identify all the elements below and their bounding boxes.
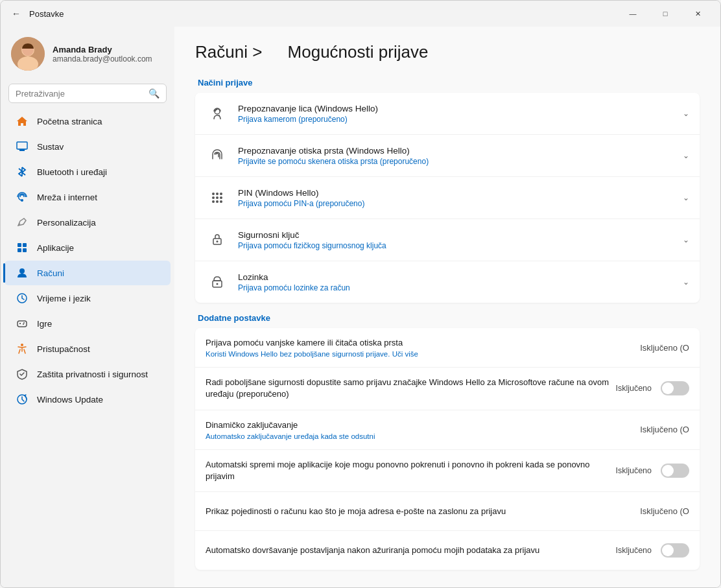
svg-rect-6 [18,149,26,150]
sidebar-item-windowsupdate[interactable]: Windows Update [5,387,171,412]
svg-point-25 [220,193,222,195]
sidebar-item-system[interactable]: Sustav [5,134,171,159]
additional-setting-text: Prikaz pojedinosti o računu kao što je m… [206,506,640,517]
chevron-down-icon: ⌄ [683,109,689,118]
svg-point-7 [21,199,23,202]
svg-point-27 [216,196,219,199]
nav-label-windowsupdate: Windows Update [37,395,103,405]
sidebar-item-bluetooth[interactable]: Bluetooth i uređaji [5,159,171,184]
additional-setting-title: Dinamičko zaključavanje [206,419,640,431]
svg-rect-9 [23,243,27,247]
maximize-button[interactable]: □ [650,3,680,24]
svg-point-19 [21,344,23,346]
signin-method-icon [206,102,229,125]
svg-point-35 [217,283,219,285]
nav-label-bluetooth: Bluetooth i uređaji [37,167,107,177]
additional-setting-title: Prikaz pojedinosti o računu kao što je m… [206,506,640,517]
sidebar-item-apps[interactable]: Aplikacije [5,235,171,260]
additional-setting-text: Automatski spremi moje aplikacije koje m… [206,459,615,482]
status-container: Isključeno (O [640,425,689,434]
additional-setting-item: Automatski spremi moje aplikacije koje m… [195,450,700,492]
nav-icon-gaming [15,316,29,331]
signin-method-subtitle: Prijavite se pomoću skenera otiska prsta… [238,157,678,166]
nav-icon-accessibility [15,342,29,356]
toggle-label: Isključeno [615,384,652,393]
sidebar-item-personalization[interactable]: Personalizacija [5,210,171,235]
nav-icon-bluetooth [15,165,29,179]
svg-point-12 [19,268,25,274]
window-title: Postavke [29,9,64,19]
toggle-label: Isključeno [615,466,652,475]
additional-setting-title: Automatsko dovršavanje postavljanja nako… [206,545,615,556]
sidebar-item-network[interactable]: Mreža i internet [5,185,171,209]
additional-setting-subtitle: Koristi Windows Hello bez poboljšane sig… [206,350,640,358]
signin-method-item[interactable]: Lozinka Prijava pomoću lozinke za račun … [195,261,700,303]
sidebar-item-time[interactable]: Vrijeme i jezik [5,286,171,311]
svg-point-23 [212,193,215,195]
nav-icon-accounts [15,266,29,280]
signin-method-item[interactable]: PIN (Windows Hello) Prijava pomoću PIN-a… [195,177,700,219]
section-title-additional: Dodatne postavke [195,313,700,323]
titlebar-left: ← Postavke [8,6,64,21]
user-email: amanda.brady@outlook.com [53,54,152,64]
signin-method-text: PIN (Windows Hello) Prijava pomoću PIN-a… [238,188,678,208]
additional-setting-title: Radi poboljšane sigurnosti dopustite sam… [206,377,615,400]
sidebar-item-accounts[interactable]: Računi [5,261,171,285]
signin-method-subtitle: Prijava pomoću lozinke za račun [238,283,678,292]
additional-setting-item: Dinamičko zaključavanje Automatsko zaklj… [195,410,700,450]
search-input[interactable] [16,89,143,99]
svg-point-17 [23,322,25,323]
nav-label-system: Sustav [37,142,64,152]
nav-label-gaming: Igre [37,319,52,329]
signin-method-icon [206,270,229,294]
nav-icon-network [15,190,29,204]
nav-container: Početna stranica Sustav Bluetooth i uređ… [1,108,174,412]
user-info: Amanda Brady amanda.brady@outlook.com [53,45,152,64]
minimize-button[interactable]: — [618,3,648,24]
additional-setting-item: Radi poboljšane sigurnosti dopustite sam… [195,368,700,410]
sidebar-item-home[interactable]: Početna stranica [5,109,171,134]
signin-methods-group: Prepoznavanje lica (Windows Hello) Prija… [195,93,700,303]
signin-method-item[interactable]: Sigurnosni ključ Prijava pomoću fizičkog… [195,219,700,261]
chevron-down-icon: ⌄ [683,235,689,244]
signin-method-subtitle: Prijava kamerom (preporučeno) [238,115,678,124]
window-controls: — □ ✕ [618,3,713,24]
additional-setting-text: Dinamičko zaključavanje Automatsko zaklj… [206,419,640,440]
content-area: Amanda Brady amanda.brady@outlook.com 🔍 … [1,27,720,587]
additional-setting-text: Radi poboljšane sigurnosti dopustite sam… [206,377,615,400]
signin-method-title: Lozinka [238,272,678,282]
toggle-switch[interactable] [661,381,689,395]
back-button[interactable]: ← [8,6,24,21]
signin-method-title: PIN (Windows Hello) [238,188,678,198]
toggle-switch[interactable] [661,543,689,558]
svg-point-33 [217,241,219,242]
additional-setting-item: Prikaz pojedinosti o računu kao što je m… [195,492,700,531]
page-header: Računi > Mogućnosti prijave [195,42,700,62]
signin-method-item[interactable]: Prepoznavanje lica (Windows Hello) Prija… [195,93,700,135]
additional-setting-item: Prijava pomoću vanjske kamere ili čitača… [195,328,700,368]
svg-rect-4 [17,142,27,149]
search-box[interactable]: 🔍 [8,84,167,103]
status-container: Isključeno (O [640,343,689,353]
nav-label-personalization: Personalizacija [37,218,96,228]
svg-point-31 [220,200,222,203]
status-container: Isključeno (O [640,506,689,516]
user-profile[interactable]: Amanda Brady amanda.brady@outlook.com [1,32,174,81]
signin-method-icon [206,186,229,209]
svg-point-18 [23,323,24,325]
close-button[interactable]: ✕ [683,3,713,24]
additional-setting-item: Automatsko dovršavanje postavljanja nako… [195,531,700,570]
additional-setting-title: Prijava pomoću vanjske kamere ili čitača… [206,337,640,349]
toggle-switch[interactable] [661,464,689,478]
sidebar-item-privacy[interactable]: Zaštita privatnosti i sigurnost [5,362,171,386]
signin-method-icon [206,144,229,167]
signin-method-item[interactable]: Prepoznavanje otiska prsta (Windows Hell… [195,135,700,177]
signin-method-text: Sigurnosni ključ Prijava pomoću fizičkog… [238,230,678,250]
nav-icon-time [15,291,29,305]
signin-method-title: Sigurnosni ključ [238,230,678,240]
sidebar-item-accessibility[interactable]: Pristupačnost [5,336,171,361]
signin-method-subtitle: Prijava pomoću PIN-a (preporučeno) [238,199,678,208]
nav-label-privacy: Zaštita privatnosti i sigurnost [37,370,148,379]
avatar [11,37,45,71]
sidebar-item-gaming[interactable]: Igre [5,311,171,336]
